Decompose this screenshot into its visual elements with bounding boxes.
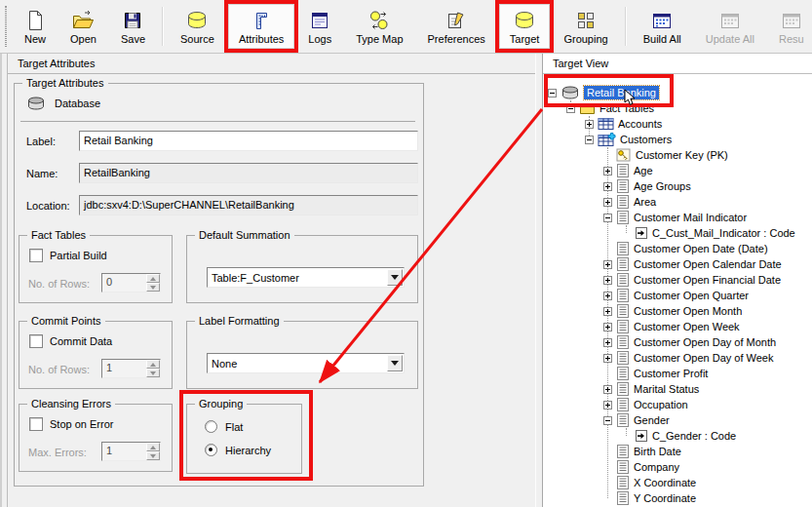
tree-item-retail-banking[interactable]: Retail Banking xyxy=(543,85,812,100)
toolbar-button-update-all: Update All xyxy=(695,4,765,49)
tree-expander-plus-icon[interactable] xyxy=(603,401,612,410)
toolbar-button-grouping[interactable]: Grouping xyxy=(553,4,618,49)
spinner-down-button[interactable] xyxy=(146,283,160,292)
list-icon xyxy=(616,382,630,396)
tree-item-customer-open-week[interactable]: Customer Open Week xyxy=(543,319,812,334)
grouping-radio-hierarchy[interactable]: Hierarchy xyxy=(205,444,301,456)
radio-button-icon[interactable] xyxy=(205,420,217,433)
toolbar-button-logs[interactable]: Logs xyxy=(297,4,342,49)
tree-item-c-cust-mail-indicator-code[interactable]: C_Cust_Mail_Indicator : Code xyxy=(543,225,812,241)
tree-item-label: Marital Status xyxy=(634,382,699,396)
tree-item-customer-open-financial-date[interactable]: Customer Open Financial Date xyxy=(543,272,812,288)
tree-item-birth-date[interactable]: Birth Date xyxy=(543,444,812,459)
name-input: RetailBanking xyxy=(79,163,418,183)
toolbar-button-build-all[interactable]: Build All xyxy=(633,4,692,49)
tree-item-customer-open-day-of-month[interactable]: Customer Open Day of Month xyxy=(543,334,812,350)
fact-rows-spinner[interactable]: 0 xyxy=(101,273,161,292)
tree-item-y-coordinate[interactable]: Y Coordinate xyxy=(543,490,812,506)
tree-expander-plus-icon[interactable] xyxy=(603,167,612,176)
label-input[interactable]: Retail Banking xyxy=(79,131,418,151)
tree-expander-plus-icon[interactable] xyxy=(603,182,612,191)
tree-item-company[interactable]: Company xyxy=(543,459,812,475)
tree-expander-plus-icon[interactable] xyxy=(603,198,612,207)
toolbar-button-source[interactable]: Source xyxy=(170,4,225,49)
commit-rows-spinner[interactable]: 1 xyxy=(101,359,161,378)
toolbar-button-type-map[interactable]: Type Map xyxy=(345,4,413,49)
key-icon xyxy=(616,148,632,162)
tree-expander-plus-icon[interactable] xyxy=(603,354,612,363)
list-icon xyxy=(616,195,630,209)
tree-expander-plus-icon[interactable] xyxy=(603,307,612,316)
list-icon xyxy=(616,476,630,489)
label-formatting-combobox[interactable]: None xyxy=(207,353,405,373)
database-type-label: Database xyxy=(55,98,100,109)
tree-expander-minus-icon[interactable] xyxy=(603,214,612,222)
tree-item-customer-open-day-of-week[interactable]: Customer Open Day of Week xyxy=(543,350,812,366)
tree-expander-plus-icon[interactable] xyxy=(603,260,612,269)
spinner-down-button[interactable] xyxy=(146,369,160,377)
grouping-radio-flat[interactable]: Flat xyxy=(205,420,301,433)
toolbar-button-label: Grouping xyxy=(563,33,607,45)
dropdown-arrow-icon[interactable] xyxy=(387,355,403,371)
max-errors-spinner[interactable]: 1 xyxy=(101,442,161,461)
tree-item-c-gender-code[interactable]: C_Gender : Code xyxy=(543,428,812,444)
toolbar-button-new[interactable]: New xyxy=(14,4,57,49)
open-folder-icon xyxy=(71,8,95,31)
tree-expander-plus-icon[interactable] xyxy=(603,292,612,300)
list-icon xyxy=(616,211,630,224)
tree-expander-minus-icon[interactable] xyxy=(548,89,557,98)
stop-on-error-checkbox[interactable]: Stop on Error xyxy=(29,417,113,431)
tree-item-customer-open-quarter[interactable]: Customer Open Quarter xyxy=(543,288,812,303)
checkbox-icon[interactable] xyxy=(29,249,43,262)
tree-item-customer-profit[interactable]: Customer Profit xyxy=(543,366,812,381)
tree-item-occupation[interactable]: Occupation xyxy=(543,397,812,412)
dropdown-arrow-icon[interactable] xyxy=(387,269,403,286)
tree-item-customer-open-date-date[interactable]: Customer Open Date (Date) xyxy=(543,241,812,256)
tree-expander-plus-icon[interactable] xyxy=(603,276,612,285)
spinner-down-button[interactable] xyxy=(146,451,160,460)
tree-expander-minus-icon[interactable] xyxy=(603,416,612,425)
tree-item-accounts[interactable]: Accounts xyxy=(543,116,812,132)
tree-item-area[interactable]: Area xyxy=(543,194,812,210)
radio-button-icon[interactable] xyxy=(205,444,217,456)
tree-item-age[interactable]: Age xyxy=(543,163,812,178)
tree-item-customer-mail-indicator[interactable]: Customer Mail Indicator xyxy=(543,210,812,225)
partial-build-label: Partial Build xyxy=(50,250,107,261)
spinner-up-button[interactable] xyxy=(146,443,160,451)
folder-icon xyxy=(579,101,596,115)
spinner-up-button[interactable] xyxy=(146,360,160,369)
tree-item-customers[interactable]: Customers xyxy=(543,132,812,147)
tree-item-age-groups[interactable]: Age Groups xyxy=(543,178,812,194)
tree-item-label: Customer Open Date (Date) xyxy=(634,242,768,255)
toolbar-button-attributes[interactable]: Attributes xyxy=(228,4,294,49)
tree-item-gender[interactable]: Gender xyxy=(543,412,812,428)
checkbox-icon[interactable] xyxy=(29,334,43,348)
tree-expander-plus-icon[interactable] xyxy=(603,338,612,347)
window-left-edge xyxy=(0,54,8,507)
tree-expander-minus-icon[interactable] xyxy=(566,104,575,113)
toolbar-button-open[interactable]: Open xyxy=(59,4,107,49)
partial-build-checkbox[interactable]: Partial Build xyxy=(29,249,107,262)
tree-item-x-coordinate[interactable]: X Coordinate xyxy=(543,475,812,490)
checkbox-icon[interactable] xyxy=(29,417,43,431)
toolbar-button-save[interactable]: Save xyxy=(110,4,156,49)
tree-item-fact-tables[interactable]: Fact Tables xyxy=(543,100,812,116)
tree-item-customer-key-pk[interactable]: Customer Key (PK) xyxy=(543,147,812,163)
tree-expander-minus-icon[interactable] xyxy=(585,136,594,144)
toolbar-button-preferences[interactable]: Preferences xyxy=(417,4,496,49)
commit-data-checkbox[interactable]: Commit Data xyxy=(29,334,112,348)
list-icon xyxy=(616,273,630,287)
tree-item-label: Gender xyxy=(634,413,670,427)
commit-data-label: Commit Data xyxy=(50,335,112,347)
tree-expander-plus-icon[interactable] xyxy=(603,323,612,332)
panel-splitter[interactable] xyxy=(535,54,543,507)
tree-expander-plus-icon[interactable] xyxy=(603,385,612,394)
list-icon xyxy=(616,398,630,411)
toolbar-button-target[interactable]: Target xyxy=(499,4,551,49)
tree-expander-plus-icon[interactable] xyxy=(585,120,594,129)
tree-item-marital-status[interactable]: Marital Status xyxy=(543,381,812,397)
tree-item-customer-open-calendar-date[interactable]: Customer Open Calendar Date xyxy=(543,256,812,272)
spinner-up-button[interactable] xyxy=(146,274,160,283)
default-summation-combobox[interactable]: Table:F_Customer xyxy=(207,267,405,288)
tree-item-customer-open-month[interactable]: Customer Open Month xyxy=(543,303,812,319)
